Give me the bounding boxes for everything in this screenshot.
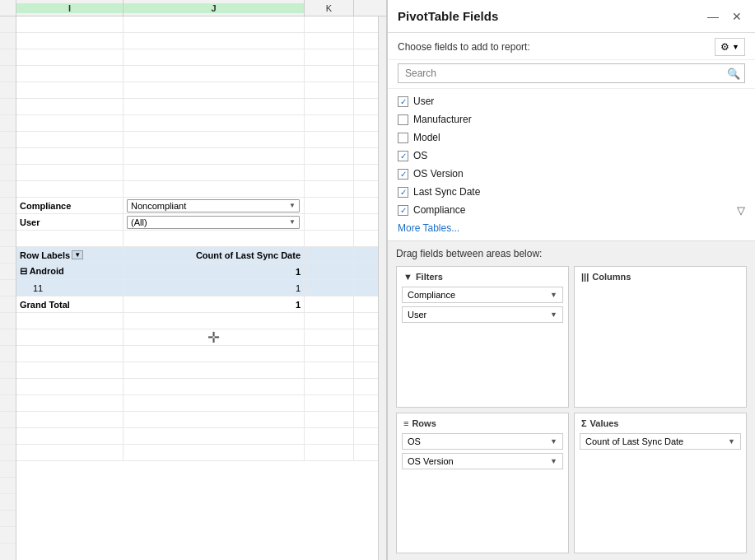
- last-sync-date-field-checkbox[interactable]: ✓: [398, 187, 408, 198]
- pivot-title-bar: PivotTable Fields — ✕: [388, 0, 755, 33]
- more-tables-link[interactable]: More Tables...: [398, 219, 745, 234]
- table-row: [16, 115, 378, 132]
- list-item: ✓ User: [398, 92, 745, 110]
- filters-area: ▼ Filters Compliance ▼ User ▼: [396, 266, 569, 408]
- rows-area: ≡ Rows OS ▼ OS Version ▼: [396, 413, 569, 554]
- list-item: Model: [398, 128, 745, 147]
- search-input[interactable]: [398, 63, 745, 83]
- table-row: [16, 181, 378, 198]
- columns-area: ||| Columns: [574, 266, 747, 408]
- table-row: [16, 412, 378, 428]
- user-area-arrow: ▼: [550, 310, 557, 319]
- list-item: ✓ OS: [398, 147, 745, 165]
- table-row: [16, 395, 378, 412]
- os-area-arrow: ▼: [550, 437, 557, 446]
- user-dropdown[interactable]: (All) ▼: [127, 216, 300, 229]
- model-field-checkbox[interactable]: [398, 133, 408, 143]
- user-dropdown-arrow: ▼: [289, 218, 296, 226]
- os-version-field-label: OS Version: [413, 168, 464, 180]
- grand-total-label: Grand Total: [16, 296, 124, 312]
- pivot-choose-row: Choose fields to add to report: ⚙ ▼: [388, 33, 755, 60]
- table-row: [16, 33, 378, 49]
- table-row: [16, 165, 378, 181]
- gear-dropdown-arrow: ▼: [732, 43, 739, 51]
- os-version-count: 1: [124, 280, 305, 296]
- filters-compliance-item[interactable]: Compliance ▼: [402, 287, 563, 303]
- values-area: Σ Values Count of Last Sync Date ▼: [574, 413, 747, 554]
- os-version-row: 11 1: [16, 280, 378, 296]
- rows-area-icon: ≡: [403, 418, 408, 428]
- cursor-crosshair-icon: ✛: [207, 329, 220, 345]
- table-row: [16, 49, 378, 66]
- user-filter-row: User (All) ▼: [16, 214, 378, 231]
- values-count-item[interactable]: Count of Last Sync Date ▼: [580, 433, 741, 450]
- row-labels-filter-btn[interactable]: ▼: [72, 250, 83, 259]
- table-row: [16, 148, 378, 165]
- user-label: User: [16, 214, 124, 230]
- compliance-dropdown[interactable]: Noncompliant ▼: [127, 199, 300, 212]
- table-row: [16, 379, 378, 395]
- list-item: Manufacturer: [398, 110, 745, 128]
- grid-area: Compliance Noncompliant ▼ User (All) ▼: [16, 16, 378, 560]
- search-box-row: 🔍: [388, 60, 755, 89]
- table-row: [16, 82, 378, 99]
- table-row: ✛: [16, 329, 378, 346]
- compliance-field-label: Compliance: [413, 204, 465, 216]
- count-area-arrow: ▼: [728, 437, 735, 446]
- list-item: ✓ Compliance ▽: [398, 201, 745, 219]
- table-row: [16, 346, 378, 362]
- row-numbers: [0, 16, 16, 560]
- manufacturer-field-checkbox[interactable]: [398, 114, 408, 125]
- list-item: ✓ OS Version: [398, 165, 745, 183]
- col-header-rownum: [0, 0, 16, 16]
- rows-os-item[interactable]: OS ▼: [402, 433, 563, 450]
- settings-gear-button[interactable]: ⚙ ▼: [715, 38, 745, 56]
- spreadsheet-panel: I J K: [0, 0, 387, 560]
- pivot-close-button[interactable]: ✕: [729, 8, 745, 25]
- os-field-label: OS: [413, 150, 427, 161]
- areas-grid: ▼ Filters Compliance ▼ User ▼ ||| Column…: [396, 266, 747, 553]
- manufacturer-field-label: Manufacturer: [413, 114, 472, 125]
- col-header-i: I: [16, 0, 124, 16]
- grand-total-count: 1: [124, 296, 305, 312]
- grand-total-row: Grand Total 1: [16, 296, 378, 313]
- list-item: ✓ Last Sync Date: [398, 183, 745, 201]
- table-row: [16, 362, 378, 379]
- gear-icon: ⚙: [720, 41, 729, 53]
- os-field-checkbox[interactable]: ✓: [398, 151, 408, 161]
- pivot-panel-title: PivotTable Fields: [398, 9, 498, 23]
- choose-fields-label: Choose fields to add to report:: [398, 41, 530, 53]
- filter-funnel-icon: ▽: [737, 204, 745, 217]
- fields-list: ✓ User Manufacturer Model ✓ OS ✓ OS Vers…: [388, 89, 755, 241]
- pivot-count-header: Count of Last Sync Date: [124, 247, 305, 263]
- pivot-minimize-button[interactable]: —: [704, 8, 722, 25]
- filter-area-icon: ▼: [403, 272, 412, 282]
- os-version-field-checkbox[interactable]: ✓: [398, 169, 408, 180]
- col-header-k: K: [305, 0, 354, 16]
- table-row: [16, 231, 378, 247]
- search-icon: 🔍: [727, 68, 740, 80]
- compliance-area-arrow: ▼: [550, 291, 557, 299]
- spreadsheet-body: Compliance Noncompliant ▼ User (All) ▼: [0, 16, 386, 560]
- model-field-label: Model: [413, 132, 440, 143]
- rows-area-title: ≡ Rows: [397, 417, 568, 432]
- filters-user-item[interactable]: User ▼: [402, 306, 563, 323]
- areas-section: Drag fields between areas below: ▼ Filte…: [388, 241, 755, 560]
- compliance-filter-row: Compliance Noncompliant ▼: [16, 198, 378, 214]
- filters-area-title: ▼ Filters: [397, 270, 568, 285]
- col-header-j: J: [124, 0, 305, 16]
- last-sync-date-field-label: Last Sync Date: [413, 186, 480, 198]
- pivot-title-controls: — ✕: [704, 8, 745, 25]
- compliance-field-checkbox[interactable]: ✓: [398, 205, 408, 216]
- os-version-area-arrow: ▼: [550, 457, 557, 465]
- user-field-checkbox[interactable]: ✓: [398, 96, 408, 107]
- compliance-dropdown-arrow: ▼: [289, 202, 296, 209]
- vertical-scrollbar[interactable]: [378, 16, 386, 560]
- table-row: [16, 66, 378, 82]
- rows-os-version-item[interactable]: OS Version ▼: [402, 453, 563, 469]
- columns-area-icon: |||: [581, 272, 589, 282]
- table-row: [16, 99, 378, 115]
- search-input-wrap: 🔍: [398, 63, 745, 83]
- columns-area-title: ||| Columns: [575, 270, 746, 285]
- os-version-label: 11: [16, 280, 124, 296]
